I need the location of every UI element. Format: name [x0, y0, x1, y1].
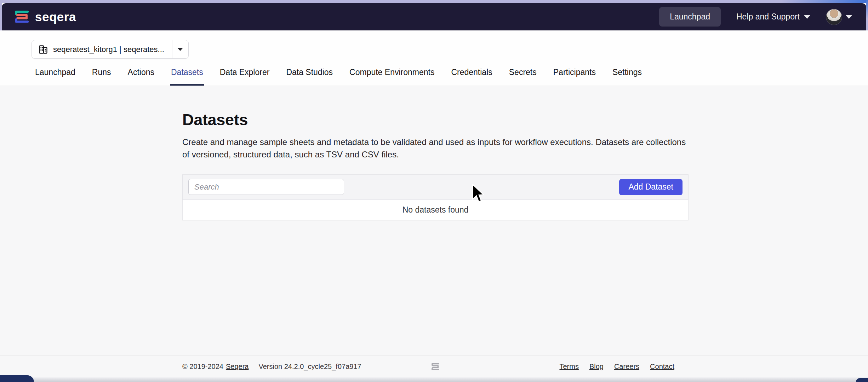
tab-settings[interactable]: Settings: [612, 68, 643, 86]
tab-compute-environments[interactable]: Compute Environments: [349, 68, 435, 86]
tab-data-explorer[interactable]: Data Explorer: [219, 68, 270, 86]
chevron-down-icon: [846, 15, 852, 19]
organization-icon: [38, 45, 48, 54]
terms-link[interactable]: Terms: [559, 363, 578, 371]
copyright-years: © 2019-2024: [182, 363, 223, 371]
tab-data-studios[interactable]: Data Studios: [285, 68, 333, 86]
workspace-header-band: seqeratest_kitorg1 | seqerates... Launch…: [0, 30, 868, 86]
wallpaper-corner-left: [0, 375, 34, 382]
window-top-edge: [0, 0, 868, 3]
user-menu[interactable]: [826, 9, 852, 25]
tab-runs[interactable]: Runs: [91, 68, 112, 86]
footer-links: Terms Blog Careers Contact: [559, 363, 689, 371]
add-dataset-button[interactable]: Add Dataset: [619, 179, 683, 195]
tab-actions[interactable]: Actions: [127, 68, 155, 86]
tab-launchpad[interactable]: Launchpad: [34, 68, 76, 86]
workspace-selector-label: seqeratest_kitorg1 | seqerates...: [53, 45, 164, 54]
seqera-brand[interactable]: seqera: [14, 9, 76, 25]
chevron-down-icon: [804, 15, 810, 19]
seqera-glyph-icon: [431, 362, 440, 371]
user-avatar: [826, 9, 842, 25]
top-navbar: seqera Launchpad Help and Support: [2, 3, 866, 30]
workspace-selector-caret[interactable]: [172, 40, 188, 58]
empty-state-message: No datasets found: [402, 205, 469, 215]
tab-secrets[interactable]: Secrets: [508, 68, 537, 86]
seqera-logo-icon: [14, 9, 30, 25]
careers-link[interactable]: Careers: [614, 363, 639, 371]
window-bottom-edge: [0, 377, 868, 382]
help-and-support-label: Help and Support: [736, 12, 800, 22]
window-right-edge: [866, 0, 868, 31]
version-text: Version 24.2.0_cycle25_f07a917: [258, 363, 361, 371]
launchpad-button[interactable]: Launchpad: [659, 7, 721, 27]
contact-link[interactable]: Contact: [650, 363, 674, 371]
datasets-panel: Add Dataset No datasets found: [182, 174, 689, 220]
chevron-down-icon: [177, 48, 183, 51]
tab-credentials[interactable]: Credentials: [450, 68, 493, 86]
tab-datasets[interactable]: Datasets: [170, 68, 204, 86]
page-title: Datasets: [182, 111, 689, 129]
workspace-selector[interactable]: seqeratest_kitorg1 | seqerates...: [32, 40, 189, 59]
blog-link[interactable]: Blog: [589, 363, 604, 371]
datasets-empty-row: No datasets found: [182, 200, 689, 220]
tab-participants[interactable]: Participants: [553, 68, 596, 86]
footer: © 2019-2024 Seqera Version 24.2.0_cycle2…: [0, 355, 868, 378]
main-content: Datasets Create and manage sample sheets…: [0, 86, 868, 220]
search-input[interactable]: [188, 179, 344, 195]
page-description: Create and manage sample sheets and meta…: [182, 136, 689, 161]
datasets-toolbar: Add Dataset: [182, 174, 689, 200]
brand-wordmark: seqera: [35, 10, 76, 24]
help-and-support-menu[interactable]: Help and Support: [736, 12, 810, 22]
workspace-tabs: Launchpad Runs Actions Datasets Data Exp…: [34, 68, 643, 86]
seqera-company-link[interactable]: Seqera: [226, 363, 249, 371]
copyright-text: © 2019-2024 Seqera: [182, 363, 249, 371]
wallpaper-corner-right: [856, 378, 868, 382]
